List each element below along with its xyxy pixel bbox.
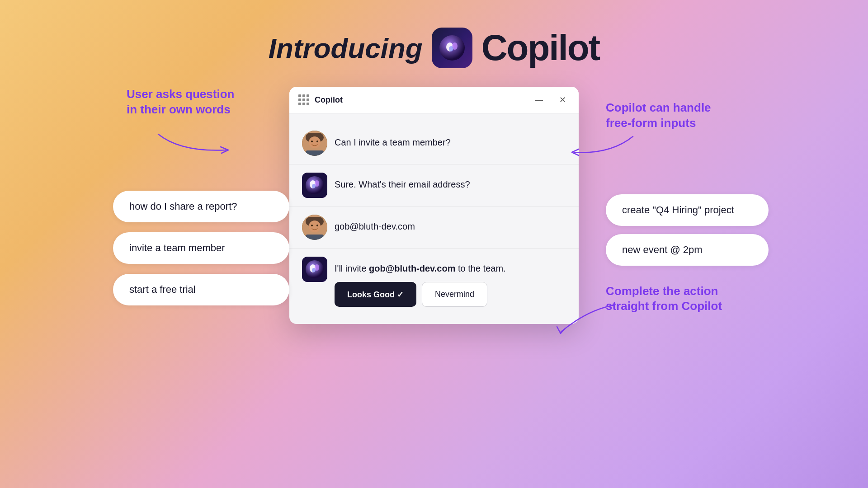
message-row-2: Sure. What's their email address? — [289, 164, 579, 206]
message-text-2: Sure. What's their email address? — [335, 173, 470, 191]
message-text-1: Can I invite a team member? — [335, 131, 451, 149]
arrow-complete-action-icon — [552, 300, 624, 341]
action-buttons: Looks Good ✓ Nevermind — [335, 282, 506, 307]
svg-point-17 — [309, 221, 321, 232]
titlebar-left: Copilot — [298, 94, 343, 105]
grid-icon — [298, 94, 309, 105]
message-row-4: I'll invite gob@bluth-dev.com to the tea… — [289, 248, 579, 315]
nevermind-button[interactable]: Nevermind — [422, 282, 487, 307]
main-content: User asks questionin their own words how… — [0, 87, 868, 324]
copilot-title-text: Copilot — [481, 27, 599, 69]
chat-window: Copilot — ✕ — [289, 87, 579, 324]
arrow-user-asks-icon — [154, 125, 235, 161]
annotation-complete-action: Complete the actionstraight from Copilot — [606, 284, 769, 314]
chat-titlebar: Copilot — ✕ — [289, 87, 579, 113]
right-pills: create "Q4 Hiring" project new event @ 2… — [606, 194, 769, 266]
message-row-1: Can I invite a team member? — [289, 122, 579, 164]
introducing-text: Introducing — [269, 32, 423, 64]
pill-invite-member: invite a team member — [113, 232, 289, 264]
arrow-copilot-handle-icon — [565, 127, 637, 164]
annotation-copilot-handle: Copilot can handlefree-form inputs — [606, 100, 769, 131]
svg-point-6 — [309, 136, 321, 148]
pill-new-event: new event @ 2pm — [606, 234, 769, 266]
pill-free-trial: start a free trial — [113, 274, 289, 305]
pill-share-report: how do I share a report? — [113, 191, 289, 222]
looks-good-button[interactable]: Looks Good ✓ — [335, 282, 416, 307]
message-text-4: I'll invite gob@bluth-dev.com to the tea… — [335, 257, 506, 275]
close-button[interactable]: ✕ — [556, 94, 570, 106]
user-avatar-2 — [302, 215, 327, 240]
svg-point-14 — [312, 184, 316, 188]
chat-messages: Can I invite a team member? — [289, 113, 579, 324]
svg-point-9 — [316, 141, 318, 142]
user-avatar-1 — [302, 131, 327, 156]
message-row-3: gob@bluth-dev.com — [289, 206, 579, 248]
copilot-avatar-2 — [302, 257, 327, 282]
copilot-logo — [432, 28, 472, 68]
window-title: Copilot — [315, 95, 343, 105]
pill-q4-hiring: create "Q4 Hiring" project — [606, 194, 769, 226]
svg-rect-18 — [306, 235, 324, 240]
copilot-avatar-1 — [302, 173, 327, 198]
svg-point-25 — [312, 268, 316, 272]
message-text-3: gob@bluth-dev.com — [335, 215, 415, 233]
titlebar-actions: — ✕ — [531, 94, 570, 106]
example-pills: how do I share a report? invite a team m… — [99, 191, 289, 305]
svg-point-19 — [311, 225, 313, 226]
right-panel: Copilot can handlefree-form inputs creat… — [579, 87, 769, 314]
minimize-button[interactable]: — — [531, 94, 547, 106]
page-header: Introducing Copilot — [0, 0, 868, 69]
svg-rect-7 — [306, 150, 324, 156]
message-content-4: I'll invite gob@bluth-dev.com to the tea… — [335, 257, 506, 307]
left-panel: User asks questionin their own words how… — [99, 87, 289, 305]
svg-point-8 — [311, 141, 313, 142]
email-bold: gob@bluth-dev.com — [369, 263, 455, 273]
svg-point-20 — [316, 225, 318, 226]
svg-point-3 — [449, 46, 453, 52]
annotation-user-asks: User asks questionin their own words — [127, 87, 253, 117]
